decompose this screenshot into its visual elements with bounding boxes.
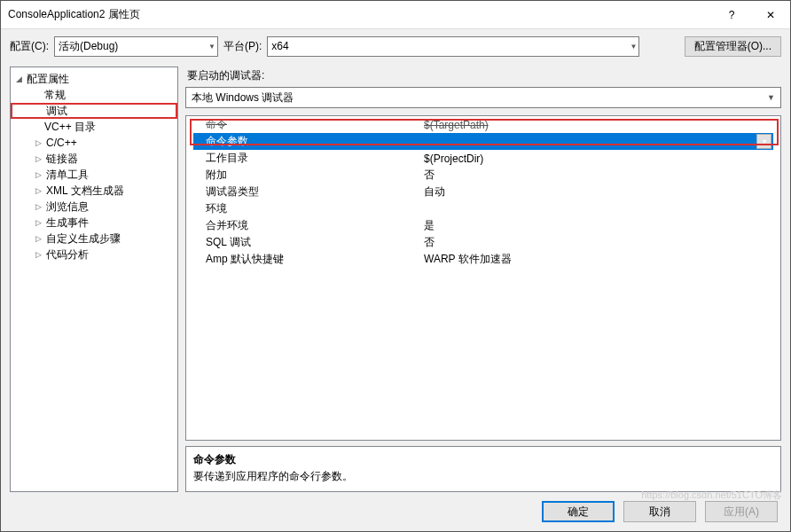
tree-item-label: XML 文档生成器	[46, 184, 124, 199]
debugger-launch-label: 要启动的调试器:	[187, 68, 781, 83]
help-button[interactable]: ?	[712, 2, 751, 28]
tree-item-label: 代码分析	[46, 247, 89, 262]
tree-item[interactable]: 常规	[11, 87, 177, 103]
tree-item-label: C/C++	[46, 137, 77, 149]
expand-icon: ▷	[35, 138, 46, 147]
highlight-box	[190, 119, 779, 145]
config-label: 配置(C):	[10, 39, 49, 54]
close-button[interactable]: ✕	[751, 2, 790, 28]
property-row[interactable]: Amp 默认快捷键WARP 软件加速器	[193, 251, 773, 268]
description-panel: 命令参数 要传递到应用程序的命令行参数。	[185, 446, 781, 492]
property-value[interactable]: 是	[424, 218, 773, 233]
body: ◢ 配置属性 常规调试VC++ 目录▷C/C++▷链接器▷清单工具▷XML 文档…	[1, 63, 790, 492]
tree-item[interactable]: 调试	[11, 103, 177, 119]
toolbar: 配置(C): 活动(Debug) ▼ 平台(P): x64 ▼ 配置管理器(O)…	[1, 29, 790, 63]
property-value[interactable]: 否	[424, 235, 773, 250]
tree-item-label: 浏览信息	[46, 200, 89, 215]
property-row[interactable]: 调试器类型自动	[193, 184, 773, 200]
chevron-down-icon: ▼	[630, 43, 637, 51]
config-combo[interactable]: 活动(Debug) ▼	[54, 36, 218, 57]
tree-item-label: 清单工具	[46, 168, 89, 183]
window-title: ConsoleApplication2 属性页	[8, 7, 712, 22]
tree-item-label: 常规	[44, 88, 66, 103]
tree-item-label: VC++ 目录	[44, 120, 96, 135]
property-name: 工作目录	[193, 151, 424, 166]
property-row[interactable]: SQL 调试否	[193, 234, 773, 251]
tree-item[interactable]: ▷代码分析	[11, 246, 177, 262]
tree-item-label: 自定义生成步骤	[46, 231, 121, 246]
expand-icon: ▷	[35, 186, 46, 195]
config-manager-button[interactable]: 配置管理器(O)...	[685, 36, 781, 57]
tree-item[interactable]: ▷生成事件	[11, 215, 177, 231]
expand-icon: ▷	[35, 202, 46, 211]
tree-item[interactable]: ▷浏览信息	[11, 199, 177, 215]
tree-item[interactable]: ▷C/C++	[11, 135, 177, 151]
tree-item[interactable]: ▷XML 文档生成器	[11, 183, 177, 199]
cancel-button[interactable]: 取消	[623, 501, 696, 522]
property-name: SQL 调试	[193, 235, 424, 250]
property-value[interactable]: 否	[424, 168, 773, 183]
titlebar: ConsoleApplication2 属性页 ? ✕	[1, 1, 790, 29]
chevron-down-icon: ▼	[208, 43, 215, 51]
expand-icon: ▷	[35, 250, 46, 259]
apply-button[interactable]: 应用(A)	[705, 501, 778, 522]
nav-tree[interactable]: ◢ 配置属性 常规调试VC++ 目录▷C/C++▷链接器▷清单工具▷XML 文档…	[10, 66, 178, 492]
property-name: 合并环境	[193, 218, 424, 233]
property-name: 环境	[193, 201, 424, 216]
property-name: Amp 默认快捷键	[193, 252, 424, 267]
platform-value: x64	[271, 40, 288, 52]
property-row[interactable]: 附加否	[193, 167, 773, 184]
right-pane: 要启动的调试器: 本地 Windows 调试器 ▼ 命令$(TargetPath…	[185, 66, 781, 492]
tree-item[interactable]: VC++ 目录	[11, 119, 177, 135]
expand-icon: ▷	[35, 218, 46, 227]
property-row[interactable]: 环境	[193, 200, 773, 217]
tree-item-label: 生成事件	[46, 215, 89, 231]
property-row[interactable]: 工作目录$(ProjectDir)	[193, 150, 773, 167]
property-name: 调试器类型	[193, 184, 424, 200]
debugger-value: 本地 Windows 调试器	[192, 90, 294, 106]
platform-label: 平台(P):	[223, 39, 262, 54]
description-text: 要传递到应用程序的命令行参数。	[193, 469, 773, 484]
debugger-combo[interactable]: 本地 Windows 调试器 ▼	[185, 87, 781, 108]
property-grid: 命令$(TargetPath)命令参数▾工作目录$(ProjectDir)附加否…	[185, 115, 781, 441]
property-value[interactable]: WARP 软件加速器	[424, 252, 773, 267]
platform-combo[interactable]: x64 ▼	[267, 36, 639, 57]
property-name: 附加	[193, 168, 424, 183]
property-value[interactable]: $(ProjectDir)	[424, 153, 773, 165]
description-title: 命令参数	[193, 452, 773, 467]
expand-icon: ▷	[35, 234, 46, 243]
ok-button[interactable]: 确定	[542, 501, 615, 522]
tree-item[interactable]: ▷链接器	[11, 151, 177, 167]
tree-item[interactable]: ▷自定义生成步骤	[11, 231, 177, 246]
chevron-down-icon: ▼	[767, 93, 775, 102]
config-value: 活动(Debug)	[59, 39, 118, 54]
tree-item-label: 调试	[46, 104, 67, 119]
property-pages-dialog: ConsoleApplication2 属性页 ? ✕ 配置(C): 活动(De…	[0, 0, 791, 532]
expand-icon: ▷	[35, 154, 46, 163]
tree-item[interactable]: ▷清单工具	[11, 167, 177, 183]
property-value[interactable]: 自动	[424, 184, 773, 200]
expand-icon: ▷	[35, 170, 46, 179]
tree-item-label: 链接器	[46, 152, 78, 167]
collapse-icon: ◢	[16, 74, 27, 83]
property-row[interactable]: 合并环境是	[193, 217, 773, 234]
footer: 确定 取消 应用(A)	[1, 492, 790, 531]
tree-root[interactable]: ◢ 配置属性	[11, 71, 177, 87]
